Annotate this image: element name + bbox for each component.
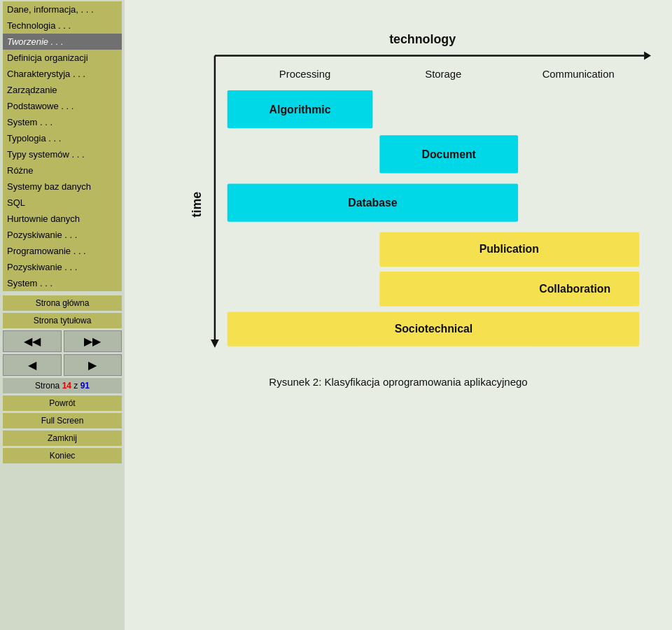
- sidebar-item-7[interactable]: System . . .: [3, 114, 122, 130]
- algorithmic-label: Algorithmic: [270, 104, 331, 115]
- sidebar-item-13[interactable]: Hurtownie danych: [3, 211, 122, 227]
- publication-label: Publication: [479, 243, 539, 255]
- sidebar-item-12[interactable]: SQL: [3, 195, 122, 211]
- page-separator: z: [74, 381, 78, 391]
- strona-tytulowa-button[interactable]: Strona tytułowa: [3, 313, 122, 328]
- col-header-communication: Communication: [542, 69, 615, 80]
- sidebar-item-1[interactable]: Technologia . . .: [3, 18, 122, 34]
- page-current: 14: [62, 381, 71, 391]
- sidebar-item-6[interactable]: Podstawowe . . .: [3, 98, 122, 114]
- zamknij-button[interactable]: Zamknij: [3, 430, 122, 446]
- sidebar: Dane, informacja, . . .Technologia . . .…: [0, 0, 125, 630]
- diagram-svg: technology time Processing Storage Commu…: [146, 21, 651, 360]
- page-total: 91: [80, 381, 90, 391]
- sidebar-item-10[interactable]: Różne: [3, 162, 122, 178]
- sidebar-item-5[interactable]: Zarządzanie: [3, 82, 122, 98]
- col-header-storage: Storage: [425, 69, 461, 80]
- main-content: technology time Processing Storage Commu…: [125, 0, 672, 630]
- diagram-caption: Rysunek 2: Klasyfikacja oprogramowania a…: [146, 376, 651, 388]
- collaboration-label: Collaboration: [539, 283, 610, 295]
- sidebar-item-4[interactable]: Charakterystyja . . .: [3, 66, 122, 82]
- strona-glowna-button[interactable]: Strona główna: [3, 295, 122, 311]
- sidebar-item-15[interactable]: Programowanie . . .: [3, 243, 122, 259]
- sidebar-item-14[interactable]: Pozyskiwanie . . .: [3, 227, 122, 243]
- koniec-button[interactable]: Koniec: [3, 448, 122, 463]
- nav-section: Strona główna Strona tytułowa ◀◀ ▶▶ ◀ ▶ …: [3, 295, 122, 463]
- forward-button[interactable]: ▶: [64, 354, 122, 376]
- database-label: Database: [348, 197, 398, 209]
- document-label: Document: [422, 148, 477, 160]
- page-label: Strona: [35, 381, 59, 391]
- sidebar-item-3[interactable]: Definicja organizacji: [3, 50, 122, 66]
- time-label: time: [190, 192, 204, 218]
- sociotechnical-label: Sociotechnical: [395, 323, 473, 335]
- powrot-button[interactable]: Powrót: [3, 396, 122, 411]
- fast-nav-row: ◀◀ ▶▶: [3, 330, 122, 352]
- back-button[interactable]: ◀: [3, 354, 62, 376]
- sidebar-item-2[interactable]: Tworzenie . . .: [3, 34, 122, 50]
- page-info: Strona 14 z 91: [3, 378, 122, 393]
- svg-marker-3: [211, 340, 219, 348]
- sidebar-item-11[interactable]: Systemy baz danych: [3, 178, 122, 195]
- sidebar-item-0[interactable]: Dane, informacja, . . .: [3, 1, 122, 18]
- sidebar-item-17[interactable]: System . . .: [3, 275, 122, 291]
- sidebar-item-9[interactable]: Typy systemów . . .: [3, 146, 122, 162]
- sidebar-item-8[interactable]: Typologia . . .: [3, 130, 122, 146]
- technology-label: technology: [389, 32, 456, 46]
- fast-forward-button[interactable]: ▶▶: [64, 330, 122, 352]
- svg-marker-1: [644, 52, 651, 60]
- step-nav-row: ◀ ▶: [3, 354, 122, 376]
- col-header-processing: Processing: [279, 69, 330, 80]
- sidebar-item-16[interactable]: Pozyskiwanie . . .: [3, 259, 122, 275]
- diagram-container: technology time Processing Storage Commu…: [146, 21, 651, 388]
- full-screen-button[interactable]: Full Screen: [3, 413, 122, 428]
- fast-back-button[interactable]: ◀◀: [3, 330, 62, 352]
